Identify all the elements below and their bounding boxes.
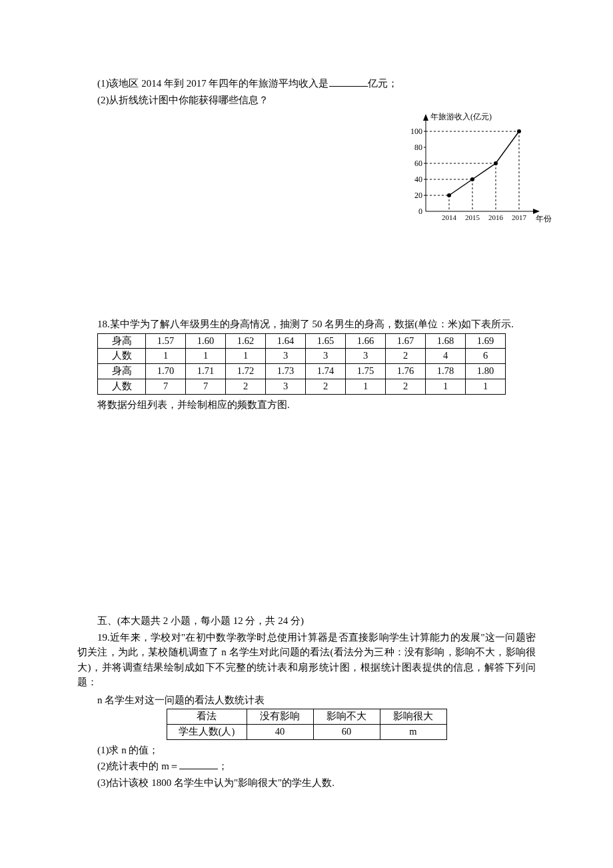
xtick-2015: 2015 [465,213,480,221]
cell: 影响很大 [380,709,446,725]
svg-marker-1 [423,114,428,121]
cell: 影响不大 [313,709,380,725]
cell: 1.65 [306,333,346,349]
q19-sub1: (1)求 n 的值； [77,743,536,758]
cell: 1.67 [386,333,426,349]
q18-table: 身高 1.57 1.60 1.62 1.64 1.65 1.66 1.67 1.… [97,333,506,395]
cell: 2 [226,379,266,394]
ytick-20: 20 [414,191,422,200]
q19-q2a: (2)统计表中的 m＝ [97,761,179,771]
cell: 2 [306,379,346,394]
cell: 40 [247,724,313,739]
cell: 60 [313,724,380,739]
cell: 1 [226,349,266,364]
ytick-0: 0 [418,207,422,216]
cell: 1.68 [426,333,466,349]
svg-point-17 [447,193,451,197]
q17-chart: 年旅游收入(亿元) 年份 0 20 40 60 80 100 2014 2015… [402,111,556,231]
table-row: 身高 1.70 1.71 1.72 1.73 1.74 1.75 1.76 1.… [98,364,506,379]
cell: 1.80 [466,364,506,379]
cell: 7 [146,379,186,394]
table-row: 人数 1 1 1 3 3 3 2 4 6 [98,349,506,364]
cell: 3 [266,379,306,394]
q19-sub3: (3)估计该校 1800 名学生中认为"影响很大"的学生人数. [77,775,536,791]
xtick-2017: 2017 [512,213,527,221]
cell: 1.75 [346,364,386,379]
xtick-2014: 2014 [442,213,457,221]
cell: 1.76 [386,364,426,379]
section5-heading: 五、(本大题共 2 小题，每小题 12 分，共 24 分) [77,613,536,629]
cell: 1.71 [186,364,226,379]
q17-p1a: (1)该地区 2014 年到 2017 年四年的年旅游平均收入是 [97,78,329,89]
cell: 6 [466,349,506,364]
cell: 2 [386,379,426,394]
q19-blank [179,759,218,769]
y-axis-label: 年旅游收入(亿元) [430,112,492,121]
cell: 1.62 [226,333,266,349]
cell: 学生人数(人) [167,724,247,739]
cell: 3 [306,349,346,364]
table-row: 学生人数(人) 40 60 m [167,724,446,739]
cell: 3 [266,349,306,364]
cell: 1.72 [226,364,266,379]
svg-point-19 [494,161,498,165]
cell: 1 [146,349,186,364]
cell: 1.66 [346,333,386,349]
cell-lbl: 人数 [98,379,146,394]
cell: 1 [426,379,466,394]
cell: 1.64 [266,333,306,349]
q18-after: 将数据分组列表，并绘制相应的频数直方图. [77,397,536,413]
cell: m [380,724,446,739]
ytick-60: 60 [414,159,422,168]
cell: 1 [186,349,226,364]
ytick-100: 100 [410,127,422,136]
q19-sub2: (2)统计表中的 m＝； [77,759,536,774]
table-row: 身高 1.57 1.60 1.62 1.64 1.65 1.66 1.67 1.… [98,333,506,349]
q19-table: 看法 没有影响 影响不大 影响很大 学生人数(人) 40 60 m [167,709,447,740]
cell: 1.74 [306,364,346,379]
cell-lbl: 身高 [98,364,146,379]
cell-lbl: 身高 [98,333,146,349]
cell: 1.60 [186,333,226,349]
svg-point-18 [470,177,474,181]
cell: 1 [466,379,506,394]
cell: 3 [346,349,386,364]
table-row: 人数 7 7 2 3 2 1 2 1 1 [98,379,506,394]
cell: 1.69 [466,333,506,349]
q19-intro: 19.近年来，学校对"在初中数学教学时总使用计算器是否直接影响学生计算能力的发展… [77,630,536,690]
cell: 没有影响 [247,709,313,725]
q17-p1b: 亿元； [368,78,398,89]
cell: 1.78 [426,364,466,379]
cell: 7 [186,379,226,394]
q19-q2b: ； [218,761,228,771]
ytick-80: 80 [414,143,422,152]
cell: 1 [346,379,386,394]
svg-marker-3 [533,209,540,214]
cell-lbl: 人数 [98,349,146,364]
cell: 4 [426,349,466,364]
ytick-40: 40 [414,175,422,184]
q18-intro: 18.某中学为了解八年级男生的身高情况，抽测了 50 名男生的身高，数据(单位：… [77,317,536,332]
line-chart-svg: 年旅游收入(亿元) 年份 0 20 40 60 80 100 2014 2015… [402,111,556,231]
q17-part2: (2)从折线统计图中你能获得哪些信息？ [77,93,536,108]
q19-table-title: n 名学生对这一问题的看法人数统计表 [77,693,536,708]
cell: 1.57 [146,333,186,349]
x-axis-label: 年份 [536,214,552,223]
cell: 1.73 [266,364,306,379]
q17-part1: (1)该地区 2014 年到 2017 年四年的年旅游平均收入是亿元； [77,76,536,91]
cell: 2 [386,349,426,364]
svg-point-20 [517,129,521,133]
q17-blank [329,77,368,87]
xtick-2016: 2016 [488,213,504,221]
cell: 看法 [167,709,247,725]
table-row: 看法 没有影响 影响不大 影响很大 [167,709,446,725]
cell: 1.70 [146,364,186,379]
